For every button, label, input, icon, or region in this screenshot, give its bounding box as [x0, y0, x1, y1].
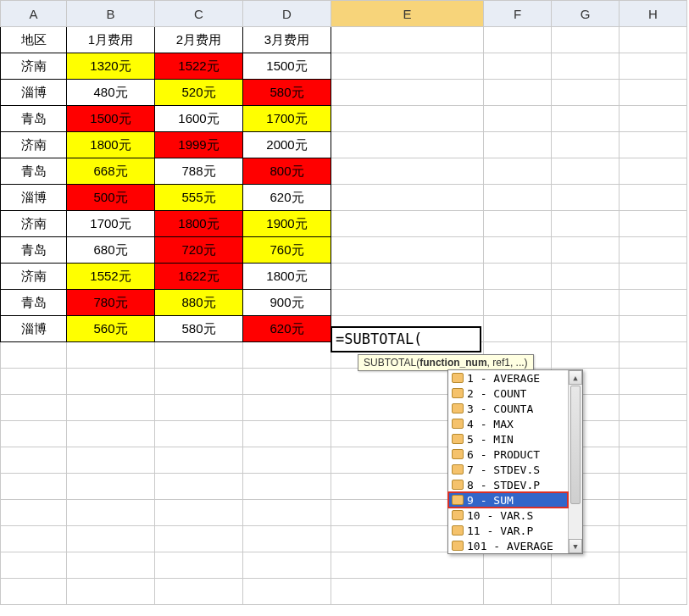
scroll-down-button[interactable]: ▼	[569, 539, 582, 553]
region-cell[interactable]: 青岛	[1, 290, 67, 316]
empty-cell[interactable]	[155, 552, 243, 579]
empty-cell[interactable]	[1, 552, 67, 579]
header-cell[interactable]: 1月费用	[67, 27, 155, 53]
empty-cell[interactable]	[484, 53, 552, 80]
empty-cell[interactable]	[331, 80, 484, 106]
empty-cell[interactable]	[155, 395, 243, 421]
col-header-B[interactable]: B	[67, 1, 155, 27]
empty-cell[interactable]	[552, 264, 620, 290]
region-cell[interactable]: 淄博	[1, 316, 67, 342]
col-header-A[interactable]: A	[1, 1, 67, 27]
autocomplete-item[interactable]: 6 - PRODUCT	[448, 447, 568, 462]
empty-cell[interactable]	[552, 316, 620, 342]
empty-cell[interactable]	[67, 500, 155, 526]
data-cell[interactable]: 880元	[155, 290, 243, 316]
region-cell[interactable]: 济南	[1, 132, 67, 158]
empty-cell[interactable]	[1, 579, 67, 605]
header-cell[interactable]: 2月费用	[155, 27, 243, 53]
empty-cell[interactable]	[552, 80, 620, 106]
col-header-C[interactable]: C	[155, 1, 243, 27]
empty-cell[interactable]	[552, 27, 620, 53]
autocomplete-item[interactable]: 1 - AVERAGE	[448, 370, 568, 386]
empty-cell[interactable]	[67, 552, 155, 579]
data-cell[interactable]: 620元	[243, 185, 331, 211]
empty-cell[interactable]	[620, 27, 687, 53]
empty-cell[interactable]	[67, 369, 155, 395]
empty-cell[interactable]	[620, 395, 687, 421]
empty-cell[interactable]	[620, 237, 687, 264]
empty-cell[interactable]	[331, 53, 484, 80]
autocomplete-item[interactable]: 7 - STDEV.S	[448, 462, 568, 477]
empty-cell[interactable]	[1, 474, 67, 500]
empty-cell[interactable]	[620, 264, 687, 290]
function-autocomplete-list[interactable]: 1 - AVERAGE2 - COUNT3 - COUNTA4 - MAX5 -…	[447, 369, 583, 554]
empty-cell[interactable]	[1, 369, 67, 395]
empty-cell[interactable]	[484, 158, 552, 185]
empty-cell[interactable]	[243, 421, 331, 447]
data-cell[interactable]: 560元	[67, 316, 155, 342]
col-header-F[interactable]: F	[484, 1, 552, 27]
empty-cell[interactable]	[67, 395, 155, 421]
autocomplete-item[interactable]: 4 - MAX	[448, 416, 568, 431]
data-cell[interactable]: 580元	[155, 316, 243, 342]
autocomplete-item[interactable]: 101 - AVERAGE	[448, 538, 568, 553]
data-cell[interactable]: 1999元	[155, 132, 243, 158]
empty-cell[interactable]	[552, 185, 620, 211]
data-cell[interactable]: 1700元	[243, 106, 331, 132]
autocomplete-item[interactable]: 9 - SUM	[448, 492, 568, 508]
empty-cell[interactable]	[484, 316, 552, 342]
empty-cell[interactable]	[155, 369, 243, 395]
autocomplete-item[interactable]: 2 - COUNT	[448, 386, 568, 401]
data-cell[interactable]: 1320元	[67, 53, 155, 80]
col-header-D[interactable]: D	[243, 1, 331, 27]
empty-cell[interactable]	[67, 579, 155, 605]
autocomplete-item[interactable]: 5 - MIN	[448, 431, 568, 447]
empty-cell[interactable]	[243, 579, 331, 605]
region-cell[interactable]: 青岛	[1, 106, 67, 132]
data-cell[interactable]: 2000元	[243, 132, 331, 158]
empty-cell[interactable]	[155, 526, 243, 552]
empty-cell[interactable]	[1, 526, 67, 552]
empty-cell[interactable]	[1, 447, 67, 474]
data-cell[interactable]: 680元	[67, 237, 155, 264]
data-cell[interactable]: 1522元	[155, 53, 243, 80]
autocomplete-item[interactable]: 3 - COUNTA	[448, 401, 568, 416]
data-cell[interactable]: 1800元	[67, 132, 155, 158]
data-cell[interactable]: 555元	[155, 185, 243, 211]
empty-cell[interactable]	[484, 237, 552, 264]
empty-cell[interactable]	[552, 53, 620, 80]
empty-cell[interactable]	[484, 132, 552, 158]
empty-cell[interactable]	[243, 447, 331, 474]
empty-cell[interactable]	[67, 526, 155, 552]
empty-cell[interactable]	[620, 132, 687, 158]
formula-edit-cell[interactable]: =SUBTOTAL(	[331, 326, 481, 352]
empty-cell[interactable]	[331, 290, 484, 316]
empty-cell[interactable]	[331, 237, 484, 264]
data-cell[interactable]: 1800元	[243, 264, 331, 290]
region-cell[interactable]: 青岛	[1, 237, 67, 264]
data-cell[interactable]: 1600元	[155, 106, 243, 132]
empty-cell[interactable]	[155, 579, 243, 605]
region-cell[interactable]: 淄博	[1, 80, 67, 106]
empty-cell[interactable]	[620, 53, 687, 80]
empty-cell[interactable]	[620, 342, 687, 369]
data-cell[interactable]: 1500元	[67, 106, 155, 132]
empty-cell[interactable]	[552, 579, 620, 605]
empty-cell[interactable]	[552, 237, 620, 264]
empty-cell[interactable]	[484, 80, 552, 106]
empty-cell[interactable]	[155, 342, 243, 369]
empty-cell[interactable]	[620, 500, 687, 526]
data-cell[interactable]: 760元	[243, 237, 331, 264]
data-cell[interactable]: 480元	[67, 80, 155, 106]
data-cell[interactable]: 580元	[243, 80, 331, 106]
data-cell[interactable]: 500元	[67, 185, 155, 211]
empty-cell[interactable]	[155, 447, 243, 474]
empty-cell[interactable]	[620, 316, 687, 342]
empty-cell[interactable]	[620, 185, 687, 211]
empty-cell[interactable]	[67, 421, 155, 447]
empty-cell[interactable]	[552, 211, 620, 237]
empty-cell[interactable]	[331, 579, 484, 605]
empty-cell[interactable]	[552, 106, 620, 132]
empty-cell[interactable]	[1, 395, 67, 421]
empty-cell[interactable]	[243, 552, 331, 579]
